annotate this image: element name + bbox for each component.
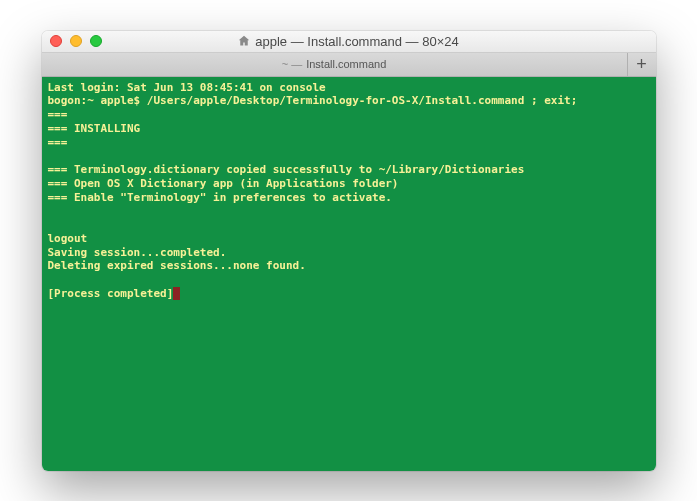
- terminal-window: apple — Install.command — 80×24 ~ — Inst…: [42, 31, 656, 471]
- terminal-output[interactable]: Last login: Sat Jun 13 08:45:41 on conso…: [42, 77, 656, 471]
- tab-active[interactable]: ~ — Install.command: [42, 53, 628, 76]
- minimize-button[interactable]: [70, 35, 82, 47]
- new-tab-button[interactable]: +: [628, 53, 656, 76]
- cursor: [173, 287, 180, 300]
- window-title: apple — Install.command — 80×24: [255, 34, 458, 49]
- titlebar[interactable]: apple — Install.command — 80×24: [42, 31, 656, 53]
- maximize-button[interactable]: [90, 35, 102, 47]
- traffic-lights: [50, 35, 102, 47]
- window-title-wrap: apple — Install.command — 80×24: [42, 34, 656, 49]
- tab-prefix: ~ —: [282, 58, 302, 70]
- tab-label: Install.command: [306, 58, 386, 70]
- process-completed: [Process completed]: [48, 287, 174, 300]
- close-button[interactable]: [50, 35, 62, 47]
- terminal-lines: Last login: Sat Jun 13 08:45:41 on conso…: [48, 81, 578, 273]
- tab-bar: ~ — Install.command +: [42, 53, 656, 77]
- home-icon: [238, 35, 250, 47]
